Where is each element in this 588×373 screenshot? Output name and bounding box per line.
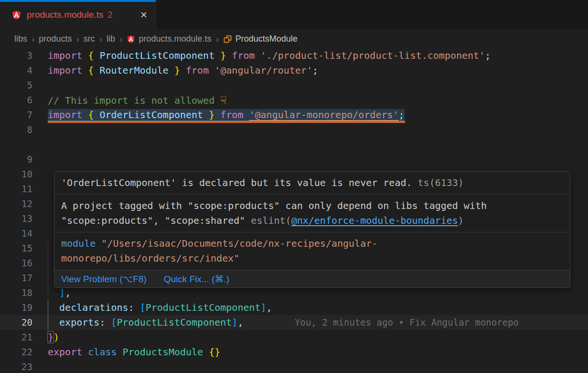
line-number[interactable]: 6: [0, 93, 32, 108]
eslint-message-line2: "scope:products", "scope:shared" eslint(…: [61, 213, 563, 228]
line-number[interactable]: 4: [0, 63, 32, 78]
tab-bar: products.module.ts 2 ×: [0, 0, 588, 30]
module-path-message: module "/Users/isaac/Documents/code/nx-r…: [54, 232, 570, 270]
line-number[interactable]: 10: [0, 167, 32, 182]
line-number[interactable]: 8: [0, 122, 32, 137]
line-number[interactable]: [0, 137, 32, 152]
ts-message-text: 'OrderListComponent' is declared but its…: [61, 177, 412, 188]
breadcrumb-item-products-module-ts[interactable]: products.module.ts: [127, 34, 211, 44]
line-number[interactable]: 15: [0, 241, 32, 256]
breadcrumb-separator: ›: [32, 34, 34, 44]
angular-icon: [11, 10, 21, 20]
line-number[interactable]: 18: [0, 285, 32, 300]
angular-icon: [127, 35, 135, 44]
code-line[interactable]: 9: [0, 152, 588, 167]
ts-source-label: ts(6133): [412, 177, 464, 188]
code-line[interactable]: 20exports: [ProductListComponent],You, 2…: [0, 315, 588, 330]
code-line[interactable]: 19declarations: [ProductListComponent],: [0, 300, 588, 315]
code-text: exports: [ProductListComponent],: [48, 315, 243, 330]
code-text: }): [48, 330, 59, 345]
editor[interactable]: 3import { ProductListComponent } from '.…: [0, 48, 588, 373]
code-line[interactable]: 5: [0, 78, 588, 93]
ts-diagnostic-message: 'OrderListComponent' is declared but its…: [54, 172, 570, 195]
code-line[interactable]: 22export class ProductsModule {}: [0, 345, 588, 360]
code-line[interactable]: 23: [0, 360, 588, 373]
code-line[interactable]: [0, 137, 588, 152]
line-number[interactable]: 21: [0, 330, 32, 345]
code-text: // This import is not allowed ☟: [48, 93, 226, 108]
hover-action-bar: View Problem (⌥F8) Quick Fix... (⌘.): [54, 270, 570, 287]
tab-title: products.module.ts: [27, 10, 104, 20]
eslint-message-line1: A project tagged with "scope:products" c…: [61, 198, 563, 213]
class-icon: [223, 34, 232, 44]
close-icon[interactable]: ×: [140, 9, 147, 21]
line-number[interactable]: 7: [0, 108, 32, 122]
line-number[interactable]: 22: [0, 345, 32, 360]
code-text: export class ProductsModule {}: [48, 345, 220, 360]
code-line[interactable]: 7import { OrderListComponent } from '@an…: [0, 108, 588, 122]
code-text: import { OrderListComponent } from '@ang…: [48, 108, 405, 122]
line-number[interactable]: 3: [0, 48, 32, 63]
code-text: import { RouterModule } from '@angular/r…: [48, 63, 318, 78]
line-number[interactable]: 5: [0, 78, 32, 93]
code-text: import { ProductListComponent } from './…: [48, 48, 491, 63]
line-number[interactable]: 23: [0, 360, 32, 373]
breadcrumb-separator: ›: [76, 34, 79, 44]
code-line[interactable]: 6// This import is not allowed ☟: [0, 93, 588, 108]
tab-problems-badge: 2: [108, 10, 113, 20]
code-text: declarations: [ProductListComponent],: [48, 300, 272, 315]
quick-fix-button[interactable]: Quick Fix... (⌘.): [164, 272, 229, 286]
breadcrumb-separator: ›: [215, 34, 218, 44]
line-number[interactable]: 11: [0, 182, 32, 197]
git-blame-annotation: You, 2 minutes ago • Fix Angular monorep…: [295, 315, 519, 330]
line-number[interactable]: 9: [0, 152, 32, 167]
breadcrumb: libs›products›src›lib›products.module.ts…: [0, 30, 588, 48]
eslint-diagnostic-message: A project tagged with "scope:products" c…: [54, 195, 570, 232]
hover-range-highlight: import { OrderListComponent } from '@ang…: [48, 109, 405, 121]
vscode-window: products.module.ts 2 × libs›products›src…: [0, 0, 588, 373]
code-line[interactable]: 21}): [0, 330, 588, 345]
module-keyword: module: [61, 238, 96, 249]
code-line[interactable]: 4import { RouterModule } from '@angular/…: [0, 63, 588, 78]
code-line[interactable]: 3import { ProductListComponent } from '.…: [0, 48, 588, 63]
diagnostic-hover-popup: 'OrderListComponent' is declared but its…: [54, 171, 570, 288]
line-number[interactable]: 17: [0, 271, 32, 285]
breadcrumb-item-productsmodule[interactable]: ProductsModule: [223, 34, 298, 44]
line-number[interactable]: 14: [0, 226, 32, 241]
line-number[interactable]: 12: [0, 197, 32, 211]
view-problem-button[interactable]: View Problem (⌥F8): [61, 272, 147, 286]
code-line[interactable]: 8: [0, 122, 588, 137]
line-number[interactable]: 13: [0, 211, 32, 226]
breadcrumb-item-products[interactable]: products: [39, 34, 72, 44]
breadcrumb-separator: ›: [99, 34, 102, 44]
tab-products-module[interactable]: products.module.ts 2 ×: [0, 0, 156, 30]
breadcrumb-item-src[interactable]: src: [84, 34, 95, 44]
eslint-rule-link[interactable]: @nx/enforce-module-boundaries: [291, 215, 458, 226]
line-number[interactable]: 19: [0, 300, 32, 315]
line-number[interactable]: 16: [0, 256, 32, 271]
breadcrumb-separator: ›: [119, 34, 122, 44]
breadcrumb-item-libs[interactable]: libs: [14, 34, 27, 44]
breadcrumb-item-lib[interactable]: lib: [107, 34, 115, 44]
line-number[interactable]: 20: [0, 315, 32, 330]
